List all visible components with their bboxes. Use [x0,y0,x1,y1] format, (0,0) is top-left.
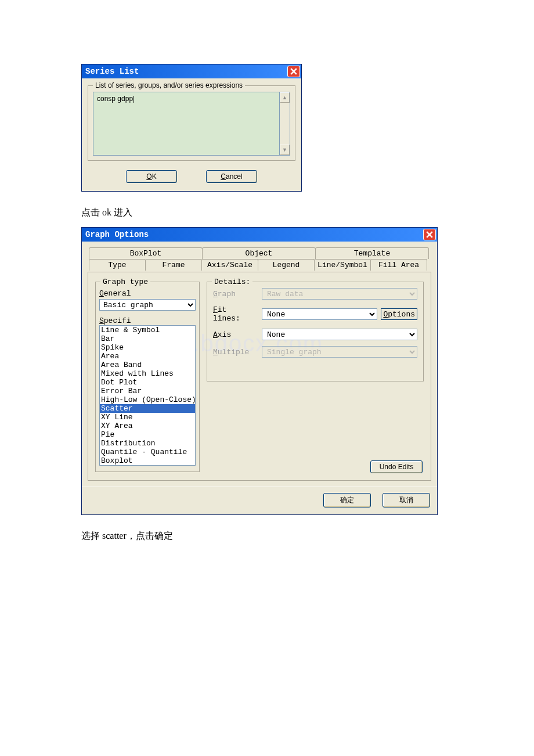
general-label: General [99,289,196,298]
list-item[interactable]: Spike [100,343,195,352]
series-list-dialog: Series List List of series, groups, and/… [81,64,302,192]
cancel-button-2[interactable]: 取消 [383,493,430,507]
tab-axis-scale[interactable]: Axis/Scale [201,259,258,271]
list-item[interactable]: XY Area [100,422,195,430]
graph-type-group: Graph type General Basic graph Specifi L… [95,282,200,472]
list-item[interactable]: Distribution [100,439,195,448]
details-legend: Details: [212,278,252,286]
axis-select[interactable]: None [262,329,417,340]
multiple-select: Single graph [262,346,417,358]
multiple-label: Multiple [213,348,258,357]
ok-button[interactable]: OK [126,170,177,183]
list-item[interactable]: Area Band [100,361,195,369]
graph-options-dialog: Graph Options BoxPlot Object Template Ty… [81,227,438,515]
list-item[interactable]: Scatter [100,404,195,413]
tab-boxplot[interactable]: BoxPlot [89,247,203,259]
tab-legend[interactable]: Legend [258,259,315,271]
specific-label: Specifi [99,316,196,325]
list-item[interactable]: Quantile - Quantile [100,448,195,456]
tab-object[interactable]: Object [202,247,316,259]
graph-options-titlebar: Graph Options [82,228,437,242]
tab-line-symbol[interactable]: Line/Symbol [314,259,371,271]
confirm-button[interactable]: 确定 [323,493,371,507]
list-item[interactable]: Dot Plot [100,378,195,387]
caption-1: 点击 ok 进入 [81,207,453,219]
fit-lines-select[interactable]: None [262,308,377,320]
graph-label: Graph [213,290,258,298]
caption-2: 选择 scatter，点击确定 [81,530,453,542]
series-list-titlebar: Series List [82,64,301,78]
tab-frame[interactable]: Frame [145,259,202,271]
close-icon[interactable] [423,229,436,240]
list-item[interactable]: Boxplot [100,456,195,465]
list-item[interactable]: Mixed with Lines [100,369,195,378]
fit-lines-label: Fit lines: [213,305,258,323]
list-item[interactable]: Bar [100,334,195,343]
list-item[interactable]: XY Line [100,413,195,422]
list-item[interactable]: Pie [100,430,195,439]
series-list-legend: List of series, groups, and/or series ex… [93,81,245,89]
scroll-down-icon[interactable]: ▼ [280,145,290,155]
series-list-title: Series List [85,67,139,76]
close-icon[interactable] [287,66,300,77]
graph-type-legend: Graph type [100,278,150,286]
options-button[interactable]: Options [381,308,417,320]
tab-template[interactable]: Template [315,247,429,259]
scrollbar[interactable]: ▲ ▼ [280,92,290,156]
tab-type[interactable]: Type [89,259,146,271]
list-item[interactable]: High-Low (Open-Close) [100,395,195,404]
axis-label: Axis [213,330,258,339]
list-item[interactable]: Line & Symbol [100,326,195,334]
series-list-fieldset: List of series, groups, and/or series ex… [88,85,295,161]
graph-options-title: Graph Options [85,230,149,239]
graph-select: Raw data [262,288,417,300]
general-select[interactable]: Basic graph [99,299,196,311]
series-input[interactable]: consp gdpp| [93,92,280,156]
list-item[interactable]: Area [100,352,195,361]
specific-list[interactable]: Line & SymbolBarSpikeAreaArea BandMixed … [99,325,196,466]
details-group: Details: Graph Raw data Fit lines: [207,282,424,381]
tab-panel: www.bdocx.com Graph type General Basic g… [88,272,431,481]
list-item[interactable]: Error Bar [100,387,195,395]
cancel-button[interactable]: Cancel [206,170,257,183]
tab-fill-area[interactable]: Fill Area [370,259,427,271]
scroll-up-icon[interactable]: ▲ [280,92,290,103]
